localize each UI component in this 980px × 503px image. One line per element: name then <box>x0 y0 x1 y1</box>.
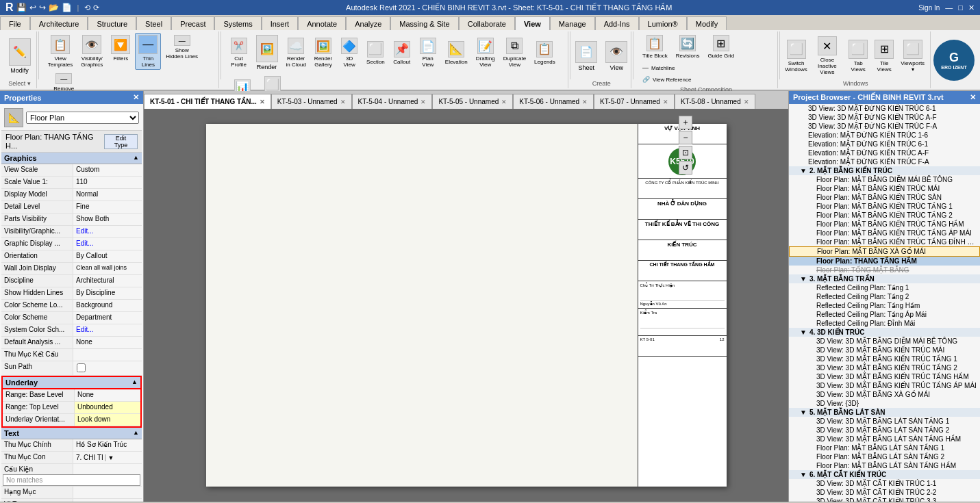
pb-item-lat-san-3d-tang2[interactable]: 3D View: 3D MẶT BẰNG LÁT SÀN TẦNG 2 <box>789 426 980 435</box>
prop-hang-muc-value[interactable] <box>73 487 142 498</box>
tab-kt-5-06-close[interactable]: ✕ <box>582 99 588 105</box>
pb-close-btn[interactable]: ✕ <box>970 93 976 102</box>
pb-item-3d-tang-ham[interactable]: 3D View: 3D MẶT BẰNG KIẾN TRÚC TẦNG HẦM <box>789 372 980 381</box>
close-btn[interactable]: ✕ <box>968 3 975 12</box>
prop-underlay-orient-value[interactable]: Look down <box>75 414 140 426</box>
zoom-out-btn[interactable]: − <box>679 131 692 144</box>
pb-section-3d-kien-truc[interactable]: ▼ 4. 3D KIẾN TRÚC <box>789 328 980 337</box>
thin-lines-btn[interactable]: — ThinLines <box>135 33 161 70</box>
pb-section-mat-bang-tran[interactable]: ▼ 3. MẶT BẰNG TRẦN <box>789 274 980 283</box>
pb-item-mat-bang-san[interactable]: Floor Plan: MẶT BẰNG KIẾN TRÚC SÀN <box>789 193 980 202</box>
prop-range-top-value[interactable]: Unbounded <box>75 402 140 413</box>
sign-in-btn[interactable]: Sign In <box>918 4 940 12</box>
tab-kt-5-07[interactable]: KT-5-07 - Unnamed ✕ <box>594 94 675 109</box>
elevation-btn[interactable]: 📐 Elevation <box>442 39 471 67</box>
prop-thu-muc-ket-cau-value[interactable] <box>73 349 142 361</box>
viewports-btn[interactable]: ⬜ Viewports ▾ <box>898 38 927 75</box>
pb-item-tong-mat-bang[interactable]: Floor Plan: TỔNG MẶT BẰNG <box>789 266 980 274</box>
pb-item-rcp-tang-ham[interactable]: Reflected Ceiling Plan: Tầng Hầm <box>789 301 980 310</box>
quick-access-undo[interactable]: ↩ <box>29 3 36 12</box>
plan-view-btn[interactable]: 📄 PlanView <box>416 36 440 70</box>
pb-item-elev-1-6[interactable]: Elevation: MẶT ĐỨNG KIẾN TRÚC 1-6 <box>789 131 980 140</box>
prop-visibility-graphic-btn[interactable]: Edit... <box>73 226 142 237</box>
tab-kt-5-03-close[interactable]: ✕ <box>340 99 346 105</box>
quick-access-undo2[interactable]: ⟲ <box>84 3 90 12</box>
pb-item-rcp-ap-mai[interactable]: Reflected Ceiling Plan: Tầng Áp Mái <box>789 310 980 319</box>
section-graphics[interactable]: Graphics ▲ <box>1 153 142 164</box>
pb-item-mat-bang-tang-ham[interactable]: Floor Plan: MẶT BẰNG KIẾN TRÚC TẦNG HẦM <box>789 220 980 229</box>
quick-access-redo[interactable]: ↪ <box>39 3 46 12</box>
quick-access-save[interactable]: 💾 <box>16 3 27 12</box>
tab-massing[interactable]: Massing & Site <box>390 16 458 30</box>
tab-insert[interactable]: Insert <box>262 16 299 30</box>
pb-item-3d-view-f-a[interactable]: 3D View: 3D MẶT ĐỨNG KIẾN TRÚC F-A <box>789 122 980 131</box>
close-inactive-btn[interactable]: ✕ CloseInactive Views <box>810 34 845 77</box>
section-text[interactable]: Text ▲ <box>1 428 142 439</box>
duplicate-view-btn[interactable]: ⧉ DuplicateView <box>500 36 529 70</box>
tab-kt-5-01-close[interactable]: ✕ <box>260 99 265 105</box>
prop-show-hidden-value[interactable]: By Discipline <box>73 287 142 299</box>
view-btn[interactable]: 👁️ View <box>602 39 631 73</box>
pb-item-mat-bang-tang1[interactable]: Floor Plan: MẶT BẰNG KIẾN TRÚC TẦNG 1 <box>789 202 980 211</box>
pb-section-mat-cat-kien-truc[interactable]: ▼ 6. MẶT CẮT KIẾN TRÚC <box>789 470 980 479</box>
guide-grid-btn[interactable]: ⊞ Guide Grid <box>704 33 738 61</box>
sheet-btn[interactable]: 📄 Sheet <box>572 39 601 73</box>
prop-scale-value-val[interactable]: 110 <box>73 177 142 188</box>
tab-kt-5-04[interactable]: KT-5-04 - Unnamed ✕ <box>352 94 433 109</box>
pb-item-rcp-tang1[interactable]: Reflected Ceiling Plan: Tầng 1 <box>789 283 980 292</box>
prop-display-model-value[interactable]: Normal <box>73 189 142 201</box>
pb-item-mat-cat-1-1[interactable]: 3D View: 3D MẶT CẮT KIẾN TRÚC 1-1 <box>789 479 980 488</box>
fit-view-btn[interactable]: ⊡ <box>679 146 692 159</box>
tab-view[interactable]: View <box>515 16 550 30</box>
tab-kt-5-07-close[interactable]: ✕ <box>663 99 668 105</box>
modify-btn[interactable]: ✏️ Modify <box>5 36 34 76</box>
pb-item-thang-tang-ham[interactable]: Floor Plan: THANG TẦNG HẦM <box>789 257 980 266</box>
cut-profile-btn[interactable]: ✂️ CutProfile <box>227 36 251 70</box>
pb-item-xa-go-mai[interactable]: Floor Plan: MẶT BẰNG XÀ GỒ MÁI <box>789 246 980 257</box>
render-gallery-btn[interactable]: 🖼️ RenderGallery <box>311 36 336 70</box>
view-reference-btn[interactable]: 🔗 View Reference <box>639 74 694 85</box>
rotate-view-btn[interactable]: ↺ <box>679 161 692 175</box>
render-cloud-btn[interactable]: ☁️ Renderin Cloud <box>283 36 310 70</box>
minimize-btn[interactable]: — <box>945 3 953 12</box>
3d-view-btn[interactable]: 🔷 3DView <box>337 36 362 70</box>
drafting-view-btn[interactable]: 📝 DraftingView <box>473 36 499 70</box>
pb-item-rcp-dinh-mai[interactable]: Reflected Ceiling Plan: Đỉnh Mái <box>789 319 980 328</box>
tab-manage[interactable]: Manage <box>550 16 595 30</box>
tab-structure[interactable]: Structure <box>88 16 136 30</box>
prop-discipline-value[interactable]: Architectural <box>73 275 142 287</box>
quick-access-new[interactable]: 📄 <box>62 3 72 12</box>
pb-item-3d-view-6-1[interactable]: 3D View: 3D MẶT ĐỨNG KIẾN TRÚC 6-1 <box>789 104 980 113</box>
pb-item-mat-bang-tang2[interactable]: Floor Plan: MẶT BẰNG KIẾN TRÚC TẦNG 2 <box>789 211 980 220</box>
pb-item-mat-bang-mai[interactable]: Floor Plan: MẶT BẰNG KIẾN TRÚC MÁI <box>789 184 980 193</box>
properties-close-btn[interactable]: ✕ <box>133 93 139 102</box>
pb-item-3d-default[interactable]: 3D View: {3D} <box>789 399 980 408</box>
prop-color-scheme-lo-value[interactable]: Background <box>73 300 142 311</box>
pb-item-lat-san-fp-tang1[interactable]: Floor Plan: MẶT BẰNG LÁT SÀN TẦNG 1 <box>789 443 980 452</box>
prop-cau-kien-value[interactable] <box>73 464 142 474</box>
type-dropdown[interactable]: Floor Plan <box>26 112 139 124</box>
prop-thu-muc-con-value[interactable]: 7. CHI TI | ▼ <box>73 452 142 463</box>
pb-item-elev-6-1[interactable]: Elevation: MẶT ĐỨNG KIẾN TRÚC 6-1 <box>789 140 980 149</box>
callout-btn[interactable]: 📌 Callout <box>390 39 414 67</box>
section-underlay[interactable]: Underlay ▲ <box>1 376 142 389</box>
thu-muc-con-dropdown[interactable]: ▼ <box>108 454 114 461</box>
show-hidden-btn[interactable]: — ShowHidden Lines <box>162 33 201 62</box>
prop-orientation-value[interactable]: By Callout <box>73 250 142 262</box>
tab-systems[interactable]: Systems <box>214 16 261 30</box>
prop-color-scheme-value[interactable]: Department <box>73 312 142 324</box>
pb-item-lat-san-3d-tang-ham[interactable]: 3D View: 3D MẶT BẰNG LÁT SÀN TẦNG HẦM <box>789 435 980 443</box>
tile-views-btn[interactable]: ⊞ TileViews <box>872 38 896 75</box>
tab-kt-5-08[interactable]: KT-5-08 - Unnamed ✕ <box>675 94 755 109</box>
tab-analyze[interactable]: Analyze <box>346 16 390 30</box>
prop-parts-visibility-value[interactable]: Show Both <box>73 214 142 225</box>
view-templates-btn[interactable]: 📋 ViewTemplates <box>45 33 76 70</box>
prop-default-analysis-value[interactable]: None <box>73 337 142 348</box>
tab-annotate[interactable]: Annotate <box>298 16 346 30</box>
pb-content[interactable]: 3D View: 3D MẶT ĐỨNG KIẾN TRÚC 6-1 3D Vi… <box>789 104 980 502</box>
matchline-btn[interactable]: — Matchline <box>639 62 694 73</box>
drawing-area[interactable]: VỰ VẠN VINH K5510 CÔNG TY CỔ PHẦN KIẾN T… <box>144 109 788 502</box>
tab-kt-5-08-close[interactable]: ✕ <box>744 99 749 105</box>
visibility-graphics-btn[interactable]: 👁️ Visibility/Graphics <box>77 33 106 70</box>
tab-kt-5-05[interactable]: KT-5-05 - Unnamed ✕ <box>432 94 513 109</box>
